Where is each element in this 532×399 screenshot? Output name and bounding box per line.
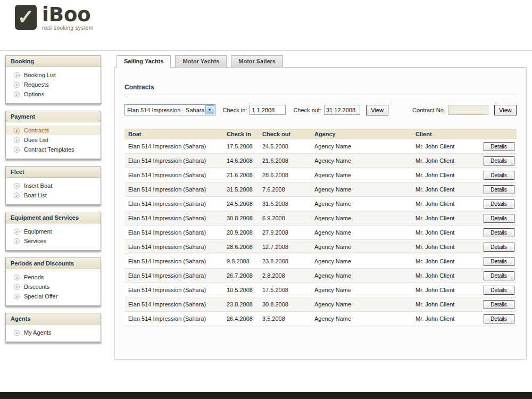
cell-client: Mr. John Client [412, 315, 481, 322]
contract-view-button[interactable]: View [494, 105, 517, 115]
details-button[interactable]: Details [484, 142, 514, 151]
logo-text: iBoo real booking system [42, 5, 94, 31]
sidebar-item-label: Dues List [24, 137, 48, 143]
cell-check-in: 17.5.2008 [223, 143, 259, 149]
details-button[interactable]: Details [484, 300, 514, 309]
table-row: Elan 514 Impression (Sahara) 21.6.2008 2… [124, 168, 517, 182]
arrow-bullet-icon [14, 229, 20, 235]
view-button[interactable]: View [366, 105, 388, 115]
cell-check-out: 7.6.2008 [259, 186, 311, 193]
details-button[interactable]: Details [484, 214, 514, 223]
cell-client: Mr. John Client [412, 201, 481, 207]
cell-check-out: 23.8.2008 [259, 258, 311, 264]
logo-checkmark-icon: ✓ [15, 5, 37, 30]
cell-agency: Agency Name [311, 258, 412, 264]
cell-client: Mr. John Client [412, 272, 481, 279]
details-button[interactable]: Details [484, 156, 514, 165]
cell-boat: Elan 514 Impression (Sahara) [124, 272, 223, 279]
tab-sailing-yachts[interactable]: Sailing Yachts [117, 55, 171, 68]
check-in-label: Check in: [223, 107, 247, 113]
sidebar-section-title: Periods and Discounts [6, 258, 101, 269]
cell-agency: Agency Name [311, 172, 412, 178]
sidebar-item[interactable]: Contract Templates [6, 145, 101, 154]
sidebar-item[interactable]: Boat List [6, 190, 101, 200]
sidebar-item[interactable]: Services [6, 236, 101, 246]
sidebar-item-label: Contracts [24, 127, 49, 134]
cell-client: Mr. John Client [412, 301, 481, 307]
cell-agency: Agency Name [311, 157, 412, 164]
column-header-boat: Boat [124, 131, 223, 137]
sidebar-item[interactable]: Booking List [6, 70, 101, 80]
column-header-check-out: Check out [259, 131, 311, 137]
table-row: Elan 514 Impression (Sahara) 14.6.2008 2… [124, 154, 517, 168]
cell-agency: Agency Name [311, 301, 412, 307]
cell-client: Mr. John Client [412, 215, 481, 221]
cell-agency: Agency Name [311, 244, 412, 250]
details-button[interactable]: Details [484, 228, 514, 237]
cell-boat: Elan 514 Impression (Sahara) [124, 301, 223, 307]
arrow-bullet-icon [14, 284, 20, 290]
sidebar-item-label: Boat List [24, 192, 47, 198]
cell-boat: Elan 514 Impression (Sahara) [124, 287, 223, 293]
column-header-agency: Agency [311, 131, 412, 137]
tab-motor-sailers[interactable]: Motor Sailers [231, 55, 283, 67]
sidebar-section-items: Insert Boat Boat List [6, 178, 101, 204]
cell-check-out: 12.7.2008 [259, 244, 311, 250]
cell-check-out: 21.6.2008 [259, 157, 311, 164]
sidebar-section-periods-discounts: Periods and Discounts Periods Discounts … [5, 257, 101, 306]
cell-check-out: 28.6.2008 [259, 172, 311, 178]
cell-client: Mr. John Client [412, 258, 481, 264]
details-button[interactable]: Details [484, 286, 514, 295]
arrow-bullet-icon [14, 82, 20, 88]
check-out-label: Check out: [293, 107, 321, 113]
sidebar-item[interactable]: Dues List [6, 135, 101, 145]
details-button[interactable]: Details [484, 271, 514, 280]
sidebar-item[interactable]: Special Offer [6, 292, 101, 301]
check-in-input[interactable] [250, 105, 286, 115]
arrow-bullet-icon [14, 183, 20, 189]
cell-agency: Agency Name [311, 215, 412, 221]
sidebar-item[interactable]: Requests [6, 80, 101, 89]
tab-motor-yachts[interactable]: Motor Yachts [175, 55, 227, 67]
sidebar-item-label: Options [24, 91, 44, 97]
boat-select[interactable]: Elan 514 Impression - Sahara [124, 104, 215, 115]
sidebar-item[interactable]: Periods [6, 272, 101, 282]
cell-check-out: 31.5.2008 [259, 201, 311, 207]
app-logo: ✓ iBoo real booking system [15, 5, 94, 31]
sidebar-item[interactable]: Insert Boat [6, 181, 101, 190]
cell-client: Mr. John Client [412, 143, 481, 149]
tab-bar: Sailing Yachts Motor Yachts Motor Sailer… [117, 55, 283, 68]
details-button[interactable]: Details [484, 171, 514, 180]
sidebar-item-label: Services [24, 238, 46, 244]
check-out-input[interactable] [324, 105, 360, 115]
details-button[interactable]: Details [484, 257, 514, 266]
cell-check-in: 14.6.2008 [223, 157, 259, 164]
details-button[interactable]: Details [484, 243, 514, 252]
sidebar-item[interactable]: Options [6, 89, 101, 99]
details-button[interactable]: Details [484, 200, 514, 209]
table-row: Elan 514 Impression (Sahara) 26.4.2008 3… [124, 312, 517, 326]
cell-check-in: 24.5.2008 [223, 201, 259, 207]
arrow-bullet-icon [14, 330, 20, 336]
sidebar-item[interactable]: Equipment [6, 227, 101, 236]
cell-check-out: 27.9.2008 [259, 229, 311, 236]
cell-agency: Agency Name [311, 229, 412, 236]
cell-agency: Agency Name [311, 287, 412, 293]
details-button[interactable]: Details [484, 314, 514, 323]
details-button[interactable]: Details [484, 185, 514, 194]
sidebar-section-items: Booking List Requests Options [6, 67, 101, 103]
page-title: Contracts [124, 84, 517, 95]
cell-check-in: 20.9.2008 [223, 229, 259, 236]
contract-no-label: Contract No. [412, 107, 445, 113]
sidebar-section-agents: Agents My Agents [5, 313, 101, 342]
cell-check-out: 17.5.2008 [259, 287, 311, 293]
cell-check-out: 2.8.2008 [259, 272, 311, 279]
sidebar-item[interactable]: Contracts [6, 126, 101, 135]
sidebar-section-items: My Agents [6, 325, 101, 342]
sidebar-item[interactable]: My Agents [6, 328, 101, 337]
sidebar-item[interactable]: Discounts [6, 282, 101, 292]
sidebar-section-title: Fleet [6, 167, 101, 178]
main-panel: Contracts Elan 514 Impression - Sahara C… [114, 67, 527, 360]
arrow-bullet-icon [14, 128, 20, 134]
contract-no-input[interactable] [448, 105, 488, 115]
